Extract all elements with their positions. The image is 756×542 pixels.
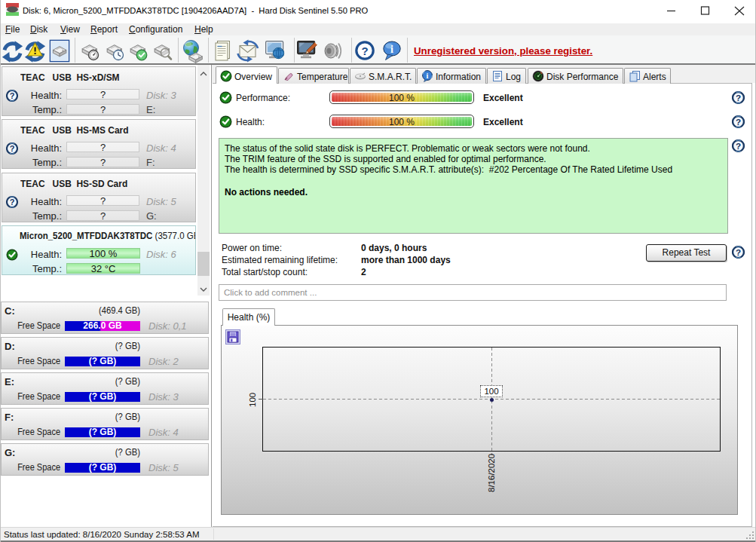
- svg-text:i: i: [390, 44, 393, 55]
- svg-text:?: ?: [361, 44, 368, 57]
